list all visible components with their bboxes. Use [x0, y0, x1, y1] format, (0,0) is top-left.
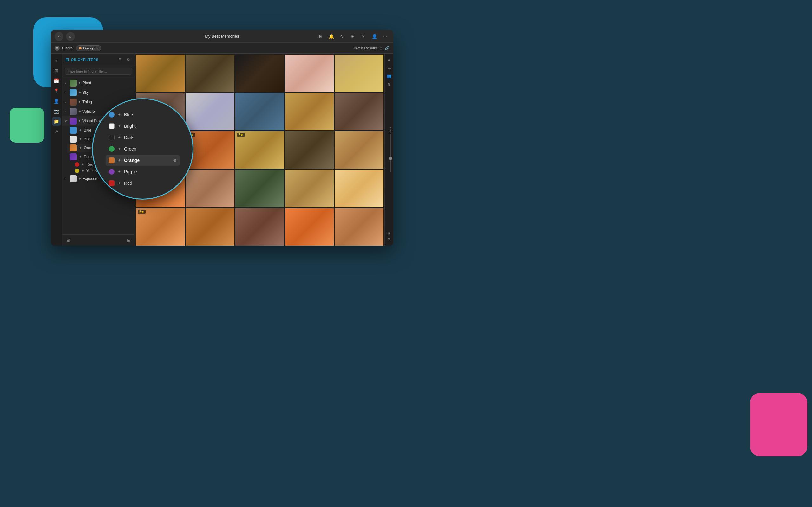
filter-item-sky[interactable]: › ✦ Sky	[62, 88, 135, 97]
popup-label-dark: Dark	[124, 135, 134, 140]
photo-cell[interactable]	[335, 55, 384, 92]
popup-item-purple[interactable]: ✦ Purple	[106, 166, 180, 177]
filter-close-button[interactable]: ×	[55, 46, 60, 51]
photo-cell[interactable]	[285, 55, 334, 92]
search-button[interactable]: ⌕	[66, 32, 75, 41]
filter-tag-dot	[79, 47, 82, 49]
photo-cell[interactable]	[285, 208, 334, 245]
right-collapse-button[interactable]: »	[386, 56, 393, 63]
camera-button[interactable]: 📷	[52, 107, 61, 116]
star-badge: 5★	[138, 210, 146, 214]
zoom-thumb[interactable]	[389, 157, 392, 160]
sparkle-icon: ✦	[78, 90, 81, 95]
sparkle-icon: ✦	[118, 112, 121, 117]
bg-decoration-green	[9, 108, 44, 143]
filter-bottom-button[interactable]: ⊟	[125, 237, 132, 244]
popup-label-orange: Orange	[124, 158, 140, 163]
sparkle-icon: ✦	[118, 135, 121, 140]
account-button[interactable]: 👤	[370, 32, 379, 41]
photo-cell[interactable]	[335, 93, 384, 130]
bottom-right-button-2[interactable]: ⊟	[386, 236, 393, 243]
dark-color-swatch	[109, 135, 114, 140]
filter-label-sky: Sky	[83, 90, 132, 95]
photo-cell[interactable]	[235, 55, 284, 92]
photo-cell[interactable]	[235, 93, 284, 130]
calendar-button[interactable]: 📅	[52, 76, 61, 85]
popup-item-bright[interactable]: ✦ Bright	[106, 121, 180, 131]
titlebar-nav: ‹ ⌕	[55, 32, 75, 41]
people-right-button[interactable]: 👥	[386, 72, 393, 79]
photo-cell[interactable]	[235, 208, 284, 245]
back-button[interactable]: ‹	[55, 32, 63, 41]
settings-button[interactable]: ⚙	[125, 56, 132, 63]
location-button[interactable]: 📍	[52, 87, 61, 95]
popup-label-bright: Bright	[124, 124, 136, 129]
filter-label-plant: Plant	[83, 81, 132, 85]
chevron-right-icon: ›	[65, 177, 68, 181]
photo-cell[interactable]	[335, 131, 384, 169]
bottom-right-button-1[interactable]: ⊞	[386, 230, 393, 237]
invert-icon: ⊡	[379, 46, 383, 50]
layout-button[interactable]: ⊞	[348, 32, 357, 41]
photo-cell[interactable]	[235, 170, 284, 207]
activity-button[interactable]: ∿	[338, 32, 346, 41]
red-swatch	[75, 162, 79, 167]
plant-thumbnail	[70, 79, 77, 87]
collapse-sidebar-button[interactable]: «	[52, 56, 61, 65]
sparkle-icon: ✦	[79, 137, 82, 141]
photo-cell[interactable]	[186, 208, 235, 245]
sparkle-icon: ✦	[79, 128, 82, 132]
help-button[interactable]: ?	[359, 32, 368, 41]
visual-thumbnail	[70, 118, 77, 124]
people-button[interactable]: 👤	[52, 97, 61, 106]
photo-cell[interactable]	[335, 208, 384, 245]
tag-button[interactable]: 🏷	[386, 64, 393, 71]
vehicle-thumbnail	[70, 108, 77, 115]
photo-cell[interactable]	[335, 170, 384, 207]
chevron-right-icon: ›	[65, 101, 68, 104]
gear-icon[interactable]: ⚙	[173, 158, 177, 163]
titlebar: ‹ ⌕ My Best Memories ⊕ 🔔 ∿ ⊞ ? 👤 ···	[51, 30, 393, 43]
grid-view-button[interactable]: ⊞	[52, 66, 61, 75]
popup-item-blue[interactable]: ✦ Blue	[106, 109, 180, 120]
photo-cell[interactable]	[285, 131, 334, 169]
photo-cell[interactable]	[186, 170, 235, 207]
link-icon: 🔗	[385, 46, 390, 50]
photo-cell[interactable]	[186, 55, 235, 92]
photo-cell[interactable]	[285, 170, 334, 207]
chevron-right-icon: ›	[65, 110, 68, 113]
filter-label-bright: Bright	[84, 137, 94, 141]
sparkle-icon: ✦	[118, 181, 121, 185]
notifications-button[interactable]: 🔔	[327, 32, 336, 41]
photo-cell[interactable]: 5★	[235, 131, 284, 169]
filter-item-plant[interactable]: › ✦ Plant	[62, 78, 135, 88]
popup-item-orange[interactable]: ✦ Orange ⚙	[106, 155, 180, 166]
filter-search-input[interactable]	[65, 68, 132, 75]
popup-item-red[interactable]: ✦ Red	[106, 178, 180, 188]
photo-cell[interactable]	[186, 93, 235, 130]
sparkle-icon: ✦	[118, 158, 121, 163]
photo-cell[interactable]	[136, 55, 185, 92]
grid-options-button[interactable]: ⊞	[116, 56, 123, 63]
invert-results-button[interactable]: Invert Results ⊡ 🔗	[354, 46, 390, 50]
sparkle-icon: ✦	[78, 81, 81, 85]
popup-item-dark[interactable]: ✦ Dark	[106, 132, 180, 143]
app-window: ‹ ⌕ My Best Memories ⊕ 🔔 ∿ ⊞ ? 👤 ··· × F…	[51, 30, 393, 245]
filter-tag-close[interactable]: ×	[96, 46, 98, 50]
popup-item-green[interactable]: ✦ Green	[106, 144, 180, 154]
more-button[interactable]: ···	[380, 32, 390, 41]
zoom-track[interactable]	[390, 134, 391, 172]
folders-button[interactable]: 📁	[52, 117, 61, 126]
export-button[interactable]: ↗	[52, 127, 61, 136]
add-button[interactable]: ⊕	[316, 32, 325, 41]
sparkle-icon: ✦	[78, 100, 81, 104]
green-color-swatch	[109, 146, 114, 152]
filter-grid-button[interactable]: ⊞	[65, 237, 72, 244]
sparkle-icon: ✦	[118, 124, 121, 128]
active-filter-tag[interactable]: Orange ×	[76, 45, 101, 51]
add-right-button[interactable]: ⊕	[386, 81, 393, 88]
chevron-right-icon: ›	[65, 81, 68, 85]
blue-color-swatch	[109, 112, 114, 118]
photo-cell[interactable]	[285, 93, 334, 130]
photo-cell[interactable]: 5★	[136, 208, 185, 245]
